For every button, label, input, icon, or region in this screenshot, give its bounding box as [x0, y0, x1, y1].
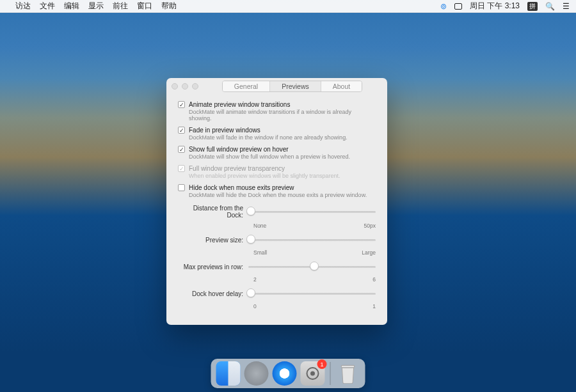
tick-max: 6 — [372, 276, 376, 283]
option-desc: When enabled preview windows will be sli… — [189, 173, 376, 179]
slider-ticks-1: SmallLarge — [253, 249, 376, 256]
minimize-icon[interactable] — [182, 83, 188, 90]
gear-icon — [305, 366, 321, 381]
dock-safari[interactable] — [273, 361, 297, 386]
menu-go[interactable]: 前往 — [113, 1, 128, 12]
option-title: Show full window preview on hover — [189, 146, 289, 153]
teamviewer-icon[interactable]: ⊚ — [440, 2, 447, 11]
tick-max: 1 — [372, 303, 376, 310]
slider-label: Max previews in row: — [178, 263, 248, 270]
window-titlebar[interactable]: General Previews About — [166, 78, 387, 95]
tick-max: 50px — [364, 223, 376, 229]
slider-1[interactable] — [248, 234, 376, 246]
slider-row-3: Dock hover delay: — [178, 288, 376, 299]
slider-0[interactable] — [248, 206, 376, 217]
zoom-icon[interactable] — [192, 83, 198, 90]
dock-divider — [330, 362, 331, 385]
clock[interactable]: 周日 下午 3:13 — [470, 1, 520, 12]
option-2: Show full window preview on hoverDockMat… — [178, 146, 376, 160]
control-center-icon[interactable]: ☰ — [563, 2, 570, 11]
tab-about[interactable]: About — [321, 81, 362, 91]
option-desc: DockMate will hide the Dock when the mou… — [189, 192, 376, 198]
tick-min: 0 — [253, 303, 257, 310]
slider-2[interactable] — [248, 261, 376, 272]
slider-3[interactable] — [248, 288, 376, 299]
slider-ticks-3: 01 — [253, 303, 376, 310]
slider-knob[interactable] — [246, 207, 255, 216]
menu-finder[interactable]: 访达 — [15, 1, 31, 12]
checkbox-3 — [178, 165, 185, 172]
slider-label: Preview size: — [178, 237, 248, 244]
tab-segment: General Previews About — [222, 81, 362, 92]
dock-launchpad[interactable] — [244, 361, 269, 386]
option-3: Full window preview transparencyWhen ena… — [178, 165, 376, 179]
update-badge: 1 — [317, 359, 327, 369]
slider-row-1: Preview size: — [178, 234, 376, 246]
option-desc: DockMate will fade in the window if none… — [189, 134, 376, 141]
checkbox-0[interactable] — [178, 101, 185, 108]
slider-ticks-0: None50px — [253, 223, 376, 229]
tab-previews[interactable]: Previews — [269, 81, 321, 91]
option-desc: DockMate will show the full window when … — [189, 153, 376, 160]
tick-max: Large — [362, 249, 376, 256]
tick-min: 2 — [253, 276, 257, 283]
option-0: Animate preview window transitionsDockMa… — [178, 101, 376, 122]
slider-row-0: Distance from the Dock: — [178, 205, 376, 219]
tab-general[interactable]: General — [223, 81, 269, 91]
option-4: Hide dock when mouse exits previewDockMa… — [178, 184, 376, 198]
menu-file[interactable]: 文件 — [40, 1, 55, 12]
checkbox-2[interactable] — [178, 146, 185, 153]
option-title: Full window preview transparency — [189, 165, 285, 172]
option-desc: DockMate will animate window transitions… — [189, 109, 376, 122]
tick-min: None — [253, 223, 266, 229]
checkbox-4[interactable] — [178, 184, 185, 191]
slider-knob[interactable] — [246, 235, 255, 244]
option-title: Fade in preview windows — [189, 127, 260, 134]
menu-window[interactable]: 窗口 — [137, 1, 152, 12]
tick-min: Small — [253, 249, 267, 256]
slider-ticks-2: 26 — [253, 276, 376, 283]
option-title: Hide dock when mouse exits preview — [189, 184, 294, 191]
menu-view[interactable]: 显示 — [88, 1, 104, 12]
slider-label: Distance from the Dock: — [178, 205, 248, 219]
dock-trash[interactable] — [336, 361, 360, 386]
dock: 1 — [211, 359, 365, 388]
trash-icon — [339, 363, 358, 384]
menubar: 访达 文件 编辑 显示 前往 窗口 帮助 ⊚ 周日 下午 3:13 拼 🔍 ☰ — [0, 0, 576, 13]
slider-row-2: Max previews in row: — [178, 261, 376, 272]
dock-system-preferences[interactable]: 1 — [301, 361, 325, 386]
svg-point-1 — [310, 372, 315, 376]
ime-indicator[interactable]: 拼 — [527, 2, 538, 11]
slider-knob[interactable] — [310, 262, 319, 270]
battery-icon[interactable] — [454, 3, 462, 10]
close-icon[interactable] — [172, 83, 178, 90]
preferences-body: Animate preview window transitionsDockMa… — [166, 95, 387, 310]
slider-label: Dock hover delay: — [178, 290, 248, 297]
option-1: Fade in preview windowsDockMate will fad… — [178, 127, 376, 141]
svg-rect-2 — [341, 365, 355, 367]
preferences-window: General Previews About Animate preview w… — [166, 78, 387, 325]
slider-knob[interactable] — [246, 288, 255, 297]
checkbox-1[interactable] — [178, 127, 185, 134]
dock-finder[interactable] — [216, 361, 241, 386]
spotlight-icon[interactable]: 🔍 — [545, 2, 555, 11]
menu-help[interactable]: 帮助 — [161, 1, 177, 12]
menu-edit[interactable]: 编辑 — [64, 1, 79, 12]
option-title: Animate preview window transitions — [189, 101, 290, 108]
